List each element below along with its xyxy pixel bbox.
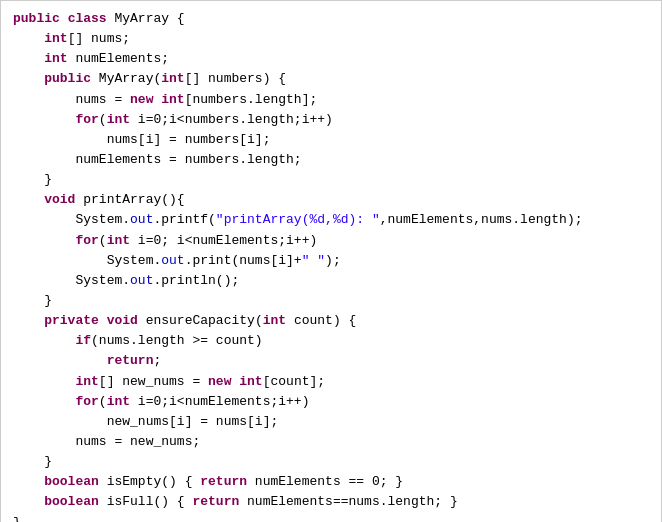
code-line-15: } [13,291,649,311]
code-line-21: new_nums[i] = nums[i]; [13,412,649,432]
code-line-1: public class MyArray { [13,9,649,29]
code-line-23: } [13,452,649,472]
code-line-25: boolean isFull() { return numElements==n… [13,492,649,512]
code-line-3: int numElements; [13,49,649,69]
code-line-13: System.out.print(nums[i]+" "); [13,251,649,271]
code-line-18: return; [13,351,649,371]
code-line-26: } [13,513,649,522]
code-line-4: public MyArray(int[] numbers) { [13,69,649,89]
code-line-8: numElements = numbers.length; [13,150,649,170]
code-line-17: if(nums.length >= count) [13,331,649,351]
code-line-6: for(int i=0;i<numbers.length;i++) [13,110,649,130]
code-line-7: nums[i] = numbers[i]; [13,130,649,150]
code-line-22: nums = new_nums; [13,432,649,452]
code-line-10: void printArray(){ [13,190,649,210]
code-line-20: for(int i=0;i<numElements;i++) [13,392,649,412]
code-line-12: for(int i=0; i<numElements;i++) [13,231,649,251]
code-line-9: } [13,170,649,190]
code-line-16: private void ensureCapacity(int count) { [13,311,649,331]
code-line-5: nums = new int[numbers.length]; [13,90,649,110]
code-editor: public class MyArray { int[] nums; int n… [0,0,662,522]
code-line-24: boolean isEmpty() { return numElements =… [13,472,649,492]
code-line-2: int[] nums; [13,29,649,49]
code-line-19: int[] new_nums = new int[count]; [13,372,649,392]
code-line-14: System.out.println(); [13,271,649,291]
code-line-11: System.out.printf("printArray(%d,%d): ",… [13,210,649,230]
